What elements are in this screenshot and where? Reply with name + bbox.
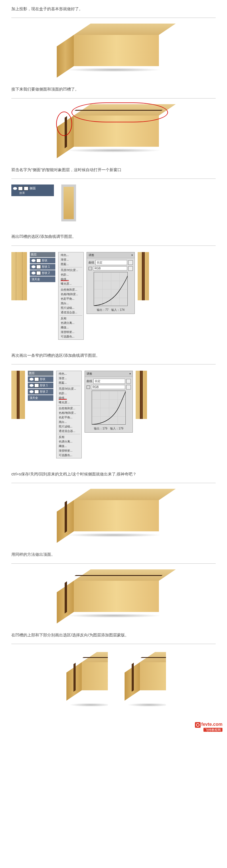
output-value: 输出：179 (94, 427, 107, 431)
curves-title: 调整 (87, 372, 92, 376)
preset-label: 曲线 (87, 379, 92, 383)
shape-thumb-icon (36, 258, 41, 262)
layers-panel[interactable]: 侧面 效果 (11, 185, 54, 196)
adj-menu-item[interactable]: 亮度/对比度... (57, 386, 82, 391)
shape-layer-1: 形状 1 (40, 383, 48, 388)
adj-menu-item[interactable]: 色调分离... (57, 439, 82, 444)
curve-tool-icon[interactable] (87, 385, 90, 389)
menu-icon[interactable] (126, 379, 131, 383)
adj-menu-item[interactable]: 曝光度... (57, 400, 82, 405)
selection-swatch (11, 252, 27, 300)
layer-fx-label[interactable]: 效果 (13, 191, 52, 195)
adj-menu-item[interactable]: 照片滤镜... (57, 424, 82, 429)
input-value: 输入：174 (111, 308, 125, 312)
visibility-icon[interactable] (32, 266, 35, 268)
curve-tool-icon[interactable] (89, 267, 92, 270)
panel-menu-icon[interactable]: ▾ (131, 253, 133, 257)
adj-menu-item[interactable]: 色相/饱和度... (59, 292, 84, 297)
adj-menu-item[interactable]: 色彩平衡... (59, 297, 84, 301)
smart-object-window (61, 185, 76, 221)
adj-menu-item[interactable]: 自然饱和度... (57, 406, 82, 411)
box-illustration-1 (0, 18, 227, 80)
adj-menu-item[interactable]: 曲线... (57, 396, 82, 400)
step-6-text: ctrl+s保存/关闭/回到原来的文档上/这个时候侧面就做出来了,很神奇吧？ (11, 469, 216, 481)
adj-menu-item[interactable]: 反相 (57, 435, 82, 439)
adj-menu-item[interactable]: 色相/饱和度... (57, 411, 82, 415)
visibility-icon[interactable] (13, 187, 17, 190)
curves-panel[interactable]: 调整 ▾ 曲线 自定 RGB 输出：77 (87, 252, 135, 314)
step-3-text: 双击名字为"侧面"的智能对象图层，这时候自动打开一个新窗口 (11, 164, 216, 177)
shape-layer-label: 形状 (42, 258, 47, 262)
watermark: fevte.com 飞特教程网 (0, 722, 227, 733)
adj-menu-item[interactable]: 色阶... (57, 391, 82, 396)
preset-label: 曲线 (89, 260, 94, 265)
adj-menu-item[interactable]: 可选颜色... (59, 334, 84, 339)
input-value: 输入：179 (110, 427, 123, 431)
box-illustration-2 (0, 98, 227, 161)
preset-dropdown[interactable]: 自定 (93, 379, 125, 384)
adj-menu-item[interactable]: 渐变映射... (59, 330, 84, 334)
adj-menu-item[interactable]: 图案... (59, 262, 84, 267)
adjustment-layer-menu[interactable]: 纯色...渐变...图案...亮度/对比度...色阶...曲线...曝光度...… (56, 371, 82, 458)
adj-menu-item[interactable]: 阈值... (57, 444, 82, 448)
adj-menu-item[interactable]: 通道混合器... (59, 310, 84, 315)
adj-menu-item[interactable]: 可选颜色... (57, 453, 82, 458)
layer-mask-thumb-icon[interactable] (24, 186, 28, 190)
adjustment-layer-menu[interactable]: 纯色...渐变...图案...亮度/对比度...色阶...曲线...曝光度...… (58, 252, 84, 340)
adj-menu-item[interactable]: 渐变映射... (57, 448, 82, 453)
auto-button[interactable] (128, 266, 133, 271)
adj-menu-item[interactable]: 通道混合器... (57, 429, 82, 433)
channel-dropdown[interactable]: RGB (91, 385, 125, 389)
adj-menu-item[interactable]: 纯色... (57, 372, 82, 376)
adj-menu-item[interactable]: 色彩平衡... (57, 415, 82, 420)
shape-thumb-icon (34, 383, 39, 388)
visibility-icon[interactable] (32, 259, 35, 262)
adj-menu-item[interactable]: 黑白... (59, 301, 84, 306)
adj-menu-item[interactable]: 自然饱和度... (59, 287, 84, 292)
filters-row: 顶天全 (28, 395, 53, 401)
mini-layers-header: 图层 (28, 371, 53, 376)
adj-menu-item[interactable]: 色阶... (59, 273, 84, 277)
mini-layers-header: 图层 (30, 252, 55, 257)
visibility-icon[interactable] (30, 378, 33, 381)
adj-menu-item[interactable]: 黑白... (57, 420, 82, 424)
annotation-circle-side (56, 112, 72, 136)
adj-menu-item[interactable]: 反相 (59, 316, 84, 321)
adj-menu-item[interactable]: 渐变... (59, 257, 84, 262)
step-1-text: 加上投影，现在盒子的基本形就做好了。 (11, 3, 216, 16)
visibility-icon[interactable] (32, 272, 35, 275)
channel-dropdown[interactable]: RGB (93, 266, 127, 271)
shape-layer-label: 形状 (40, 377, 45, 381)
smart-object-thumb-icon[interactable] (18, 186, 23, 190)
menu-icon[interactable] (128, 260, 133, 265)
filters-row: 顶天全 (30, 276, 55, 282)
visibility-icon[interactable] (30, 384, 33, 387)
shape-thumb-icon (36, 271, 41, 275)
adj-menu-item[interactable]: 曝光度... (59, 282, 84, 286)
adj-menu-item[interactable]: 亮度/对比度... (59, 268, 84, 273)
curves-title: 调整 (89, 253, 94, 257)
curves-graph[interactable] (92, 391, 126, 425)
watermark-sub: 飞特教程网 (203, 728, 223, 732)
output-value: 输出：77 (97, 308, 108, 312)
panel-menu-icon[interactable]: ▾ (129, 372, 131, 375)
adj-menu-item[interactable]: 纯色... (59, 253, 84, 257)
result-swatch (138, 252, 149, 300)
adj-menu-item[interactable]: 图案... (57, 381, 82, 385)
step-5-text: 再次画出一条窄的凹槽的选区/添加曲线调节图层。 (11, 350, 216, 363)
shape-layer-1: 形状 1 (42, 265, 50, 269)
adj-menu-item[interactable]: 曲线... (59, 277, 84, 282)
adj-menu-item[interactable]: 照片滤镜... (59, 306, 84, 310)
adj-menu-item[interactable]: 色调分离... (59, 321, 84, 325)
preset-dropdown[interactable]: 自定 (95, 260, 127, 265)
layer-name[interactable]: 侧面 (30, 186, 36, 190)
curves-graph[interactable] (94, 272, 128, 306)
auto-button[interactable] (126, 385, 131, 390)
step-8-text: 在凹槽的上部和下部分别画出选区/选择反向/为图层添加图层蒙版。 (11, 629, 216, 642)
shape-thumb-icon (34, 390, 39, 394)
curves-panel[interactable]: 调整 ▾ 曲线 自定 RGB 输出：179 (85, 371, 133, 433)
adj-menu-item[interactable]: 阈值... (59, 325, 84, 330)
visibility-icon[interactable] (30, 390, 33, 393)
adj-menu-item[interactable]: 渐变... (57, 376, 82, 381)
box-illustration-4 (0, 564, 227, 626)
